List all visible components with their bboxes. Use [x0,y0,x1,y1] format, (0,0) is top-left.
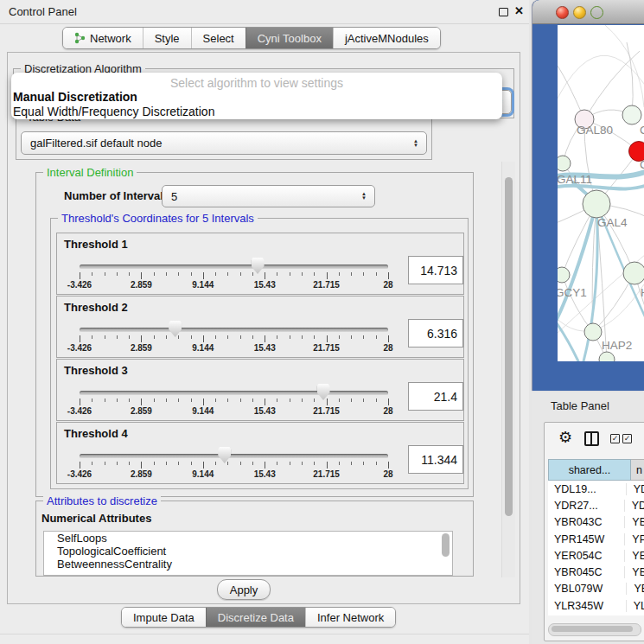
threshold-value-field[interactable]: 21.4 [408,382,463,411]
tick-label: 9.144 [192,343,214,353]
threshold-label: Threshold 2 [64,301,128,314]
table-row[interactable]: YBR045CYBR0 [548,564,644,580]
tab-label: Style [155,32,180,45]
algorithm-dropdown-popup: Select algorithm to view settings Manual… [11,73,502,119]
network-node[interactable] [599,352,615,361]
network-node-ha[interactable] [623,262,644,284]
network-node-gcy1[interactable] [558,267,570,283]
slider-track[interactable] [80,391,388,395]
numerical-attributes-label: Numerical Attributes [41,512,151,525]
close-icon[interactable]: ✕ [514,4,524,17]
node-label: HA [641,286,644,299]
slider-track[interactable] [80,265,388,269]
threshold-label: Threshold 4 [64,427,128,440]
checkbox-checked-icon[interactable]: ✓ [610,434,620,443]
table-row[interactable]: YER054CYER0 [548,547,644,564]
table-row[interactable]: YLR345WYLR3 [548,597,644,614]
settings-viewport: Interval Definition Number of Intervals … [12,162,501,577]
checkbox-checked-icon[interactable]: ✓ [622,434,632,443]
tab-network[interactable]: Network [63,28,143,48]
zoom-traffic-light[interactable] [590,6,603,19]
cell-name: YLR3 [626,600,644,612]
tab-label: Impute Data [133,611,194,624]
cell-shared-name: YPR145W [548,533,624,545]
column-header-name[interactable]: n [631,459,644,481]
spinner-value: 5 [163,190,361,203]
table-columns-icon[interactable] [584,431,599,446]
network-node-ga[interactable] [622,105,641,124]
slider-ticks [80,399,389,406]
list-scrollbar-thumb[interactable] [442,533,450,557]
control-panel: Control Panel ✕ NetworkStyleSelectCyni T… [0,0,529,644]
slider-tick-labels: -3.4262.8599.14415.4321.71528 [80,280,389,290]
minimize-traffic-light[interactable] [573,6,586,19]
slider-ticks [80,462,389,469]
tab-label: Select [203,32,234,45]
network-canvas[interactable]: GAL80GACGAL11GAL4GCY1HAHAP2 [558,25,644,361]
tab-impute-data[interactable]: Impute Data [122,608,206,627]
network-node-gal4[interactable] [583,190,610,218]
attribute-item-betweennesscentrality[interactable]: BetweennessCentrality [44,558,452,571]
dropdown-item-manual-discretization[interactable]: Manual Discretization [11,90,502,105]
tab-cyni-toolbox[interactable]: Cyni Toolbox [245,28,333,48]
tick-label: 21.715 [313,406,340,416]
gear-icon[interactable]: ⚙ [558,428,572,447]
table-row[interactable]: YDR27...YDR2 [548,497,644,513]
tab-infer-network[interactable]: Infer Network [305,608,395,627]
cell-name: YER0 [624,550,644,562]
scrollbar-thumb[interactable] [552,626,633,632]
table-rows: YDL19...YDL1YDR27...YDR2YBR043CYBR0YPR14… [548,481,644,615]
tab-jactivemnodules[interactable]: jActiveMNodules [333,28,440,48]
tick-label: 9.144 [192,469,214,479]
node-label: GAL80 [577,124,613,137]
tab-select[interactable]: Select [191,28,245,48]
scrollbar-thumb[interactable] [505,177,513,516]
threshold-value-field[interactable]: 11.344 [408,445,463,474]
tab-label: Cyni Toolbox [258,32,322,45]
cell-shared-name: YDL19... [548,483,626,495]
table-row[interactable]: YBL079WYBL0 [548,581,644,597]
table-panel-title: Table Panel [551,399,609,412]
cell-shared-name: YBR045C [548,566,624,578]
number-of-intervals-spinner[interactable]: 5 ▲▼ [162,185,375,207]
thresholds-group: Threshold's Coordinates for 5 Intervals … [50,218,469,489]
threshold-value-field[interactable]: 6.316 [408,319,463,348]
cell-shared-name: YDR27... [548,500,624,512]
top-tab-bar: NetworkStyleSelectCyni ToolboxjActiveMNo… [62,27,441,49]
node-label: GA [640,124,644,137]
bottom-tab-bar: Impute DataDiscretize DataInfer Network [121,607,396,628]
cell-name: YBL0 [626,583,644,595]
attribute-item-selfloops[interactable]: SelfLoops [44,532,452,545]
tick-label: 9.144 [192,406,214,416]
network-graph: GAL80GACGAL11GAL4GCY1HAHAP2 [558,25,644,361]
table-row[interactable]: YDL19...YDL1 [548,481,644,497]
table-row[interactable]: YPR145WYPR1 [548,531,644,547]
slider-track[interactable] [80,454,388,458]
table-row[interactable]: YBR043CYBR0 [548,514,644,531]
tick-label: -3.426 [67,406,92,416]
network-node-gal11[interactable] [558,156,571,171]
close-traffic-light[interactable] [556,6,569,19]
column-header-shared-name[interactable]: shared... [548,459,631,481]
network-node-hap2[interactable] [584,323,602,341]
tab-label: Discretize Data [218,611,294,624]
horizontal-scrollbar[interactable] [548,623,641,636]
tab-discretize-data[interactable]: Discretize Data [206,608,305,627]
tab-style[interactable]: Style [143,28,191,48]
tab-label: Infer Network [317,611,384,624]
settings-scrollbar[interactable] [501,162,515,577]
table-panel: Table Panel ⚙ ✓ ✓ shared... n YDL19...YD… [532,393,644,644]
table-data-combobox[interactable]: galFiltered.sif default node ▲▼ [21,131,427,155]
dropdown-item-equal-width-frequency-discretization[interactable]: Equal Width/Frequency Discretization [11,105,502,119]
table-row[interactable]: YIL052CYIL0 [548,614,644,615]
threshold-value-field[interactable]: 14.713 [408,256,463,284]
attributes-list[interactable]: SelfLoopsTopologicalCoefficientBetweenne… [43,531,453,576]
float-window-icon[interactable] [499,8,508,16]
apply-button[interactable]: Apply [217,579,271,600]
cell-shared-name: YBR043C [548,516,624,528]
tick-label: 28 [383,469,392,479]
attribute-item-topologicalcoefficient[interactable]: TopologicalCoefficient [44,545,452,558]
group-title: Attributes to discretize [43,494,161,507]
slider-track[interactable] [80,328,388,332]
slider-tick-labels: -3.4262.8599.14415.4321.71528 [80,469,389,480]
